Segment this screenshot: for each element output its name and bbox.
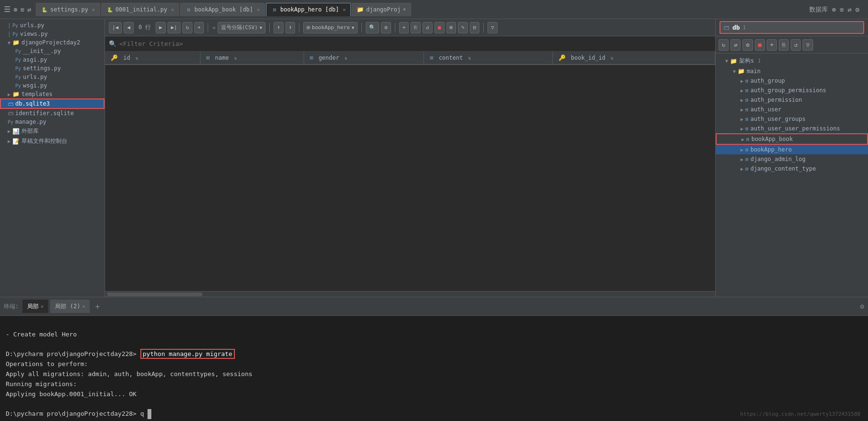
db-tree-django-content[interactable]: ▶ ⊞ django_content_type [716,164,868,173]
tab-close-settings[interactable]: × [92,7,95,12]
scroll-thumb[interactable] [107,292,202,296]
db-tree-auth-group[interactable]: ▶ ⊞ auth_group [716,76,868,86]
db-add-btn[interactable]: + [767,39,777,51]
terminal-settings-btn[interactable]: ⚙ [860,302,864,310]
table-icon-auup: ⊞ [745,126,749,132]
sidebar-item-urls1[interactable]: │ Py urls.py [0,21,105,30]
view-btn[interactable]: 🔍 [366,22,379,33]
sidebar-item-manage[interactable]: Py manage.py [0,118,105,126]
sidebar-item-djangoproj-folder[interactable]: ▼ 📁 djangoProjectday2 [0,38,105,47]
sidebar-item-asgi[interactable]: Py asgi.py [0,55,105,64]
horizontal-scrollbar[interactable] [105,291,715,297]
download-btn[interactable]: ⬇ [286,22,296,33]
auth-user-user-perms-label: auth_user_user_permissions [751,125,840,132]
col-book-id[interactable]: 🔑 book_id_id ⇅ [552,52,715,65]
upload-btn[interactable]: ⬆ [274,22,284,33]
db-menu-label[interactable]: 数据库 [809,5,828,14]
sort-icon-id[interactable]: ⇅ [136,55,138,61]
arrows-icon[interactable]: ⇄ [27,6,31,13]
title-settings-icon[interactable]: ⚙ [856,6,859,13]
refresh-btn[interactable]: ↻ [182,22,192,33]
sidebar-item-wsgi[interactable]: Py wsgi.py [0,81,105,90]
grid-btn[interactable]: ⊞ [446,22,456,33]
db-refresh-btn[interactable]: ↻ [719,39,729,51]
col-content[interactable]: ⊞ content ⇅ [424,52,552,65]
dropdown-arrow[interactable]: ▼ [403,7,405,12]
db-filter-btn[interactable]: ▽ [803,39,813,51]
edit-btn[interactable]: ✎ [458,22,468,33]
sort-icon-content[interactable]: ⇅ [468,55,471,61]
tab-close-migrations[interactable]: × [171,7,174,12]
menu-icon[interactable]: ☰ [4,5,11,14]
tab-bookapp-book[interactable]: ⊞ bookApp_book [db] × [180,3,265,16]
sidebar-item-views[interactable]: │ Py views.py [0,30,105,38]
lines-icon[interactable]: ≡ [20,6,24,13]
stop-btn[interactable]: ■ [434,22,445,33]
col-name[interactable]: ⊞ name ⇅ [200,52,304,65]
sidebar-item-init[interactable]: Py __init__.py [0,47,105,55]
tab-close-book[interactable]: × [257,7,260,12]
add-row-btn[interactable]: + [194,22,204,33]
db-tree-main[interactable]: ▼ 📁 main [716,66,868,76]
db-badge: 1 [743,24,746,31]
bottom-tab-close-2[interactable]: × [82,304,85,309]
reload-btn[interactable]: ↺ [423,22,433,33]
tab-migrations[interactable]: 🐍 0001_initial.py × [101,3,179,16]
filter-btn[interactable]: ▽ [487,22,498,33]
sidebar-item-templates[interactable]: ▶ 📁 templates [0,90,105,98]
title-right-icon-2[interactable]: ≡ [840,6,844,13]
bottom-tab-local-2[interactable]: 局部 (2) × [50,300,90,313]
sort-icon-gender[interactable]: ⇅ [345,55,348,61]
db-settings-btn[interactable]: ⚙ [742,39,752,51]
db-tree-bookapp-book[interactable]: ▶ ⊞ bookApp_book [716,133,868,145]
db-tree-auth-user-groups[interactable]: ▶ ⊞ auth_user_groups [716,114,868,124]
db-stop-btn[interactable]: ■ [755,39,765,51]
sidebar-item-urls2[interactable]: Py urls.py [0,73,105,81]
nav-first-btn[interactable]: |◀ [109,22,122,33]
db-tree-auth-user[interactable]: ▶ ⊞ auth_user [716,105,868,114]
copy-btn[interactable]: ⎘ [411,22,421,33]
bottom-tab-local-1[interactable]: 局部 × [22,300,48,313]
db-tree-auth-user-user-perms[interactable]: ▶ ⊞ auth_user_user_permissions [716,124,868,133]
title-right-icon-1[interactable]: ⊕ [832,6,836,13]
db-header-row[interactable]: 🗃 db 1 [720,21,864,34]
nav-next-btn[interactable]: ▶ [156,22,166,33]
col-id[interactable]: 🔑 id ⇅ [105,52,200,65]
sidebar-item-settings[interactable]: Py settings.py [0,64,105,73]
add-col-btn[interactable]: + [399,22,409,33]
sidebar-item-db-sqlite3[interactable]: 🗃 db.sqlite3 [0,98,105,109]
db-reload-btn[interactable]: ↺ [791,39,801,51]
separator-2 [269,23,270,32]
sidebar-item-drafts[interactable]: ▶ 📝 草稿文件和控制台 [0,136,105,146]
main-folder-icon: 📁 [738,68,745,75]
db-tree-auth-permission[interactable]: ▶ ⊞ auth_permission [716,95,868,105]
tab-settings[interactable]: 🐍 settings.py × [36,3,100,16]
db-tree-bookapp-hero[interactable]: ▶ ⊞ bookApp_hero [716,145,868,154]
sort-icon-bookid[interactable]: ⇅ [611,55,614,61]
bottom-tab-close-1[interactable]: × [41,304,43,309]
sidebar-item-external-libs[interactable]: ▶ 📊 外部库 [0,126,105,136]
nav-prev-btn[interactable]: ◀ [124,22,134,33]
sidebar-item-identifier[interactable]: 🗃 identifier.sqlite [0,109,105,118]
tab-close-hero[interactable]: × [343,7,346,12]
cols-btn[interactable]: ⊟ [470,22,480,33]
db-copy-btn[interactable]: ⎘ [779,39,789,51]
db-tree-auth-group-perms[interactable]: ▶ ⊞ auth_group_permissions [716,86,868,95]
db-sync-btn[interactable]: ⇄ [730,39,741,51]
circle-icon[interactable]: ⊕ [13,6,17,13]
nav-last-btn[interactable]: ▶| [168,22,180,33]
terminal-url: https://blog.csdn.net/qwerty1372431588 [740,411,860,417]
tab-django-proj[interactable]: 📁 djangoProj ▼ [352,3,411,16]
title-right-icon-3[interactable]: ⇄ [847,6,851,13]
table-select-dropdown[interactable]: ⊞ bookApp_hero ▼ [303,22,358,33]
db-tree-schemas[interactable]: ▼ 📁 架构s 1 [716,55,868,66]
terminal[interactable]: - Create model Hero D:\pycharm pro\djang… [0,316,868,421]
filter-input[interactable] [119,40,711,47]
settings-btn[interactable]: ⚙ [381,22,391,33]
sort-icon-name[interactable]: ⇅ [234,55,237,61]
csv-dropdown[interactable]: 逗号分隔(CSV) ▼ [218,22,266,33]
tab-bookapp-hero[interactable]: ⊞ bookApp_hero [db] × [266,3,351,16]
col-gender[interactable]: ⊞ gender ⇅ [304,52,424,65]
db-tree-django-admin[interactable]: ▶ ⊞ django_admin_log [716,154,868,164]
add-terminal-tab-btn[interactable]: + [92,301,103,312]
